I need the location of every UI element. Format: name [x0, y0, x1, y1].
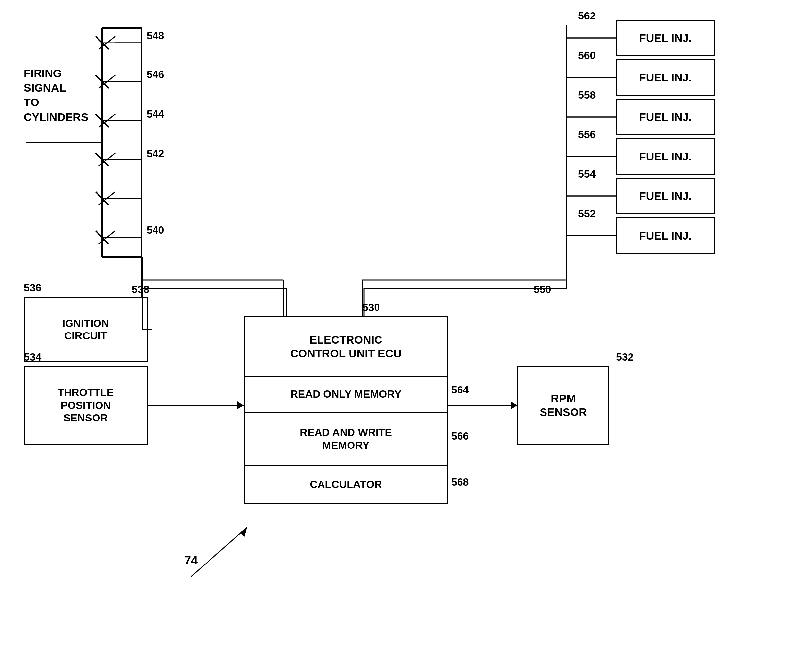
ref-564-label: 564: [451, 384, 469, 396]
ref-534-label: 534: [24, 351, 41, 363]
ref-74-label: 74: [185, 554, 198, 567]
rpm-sensor-box: RPM SENSOR: [517, 366, 609, 445]
ref-568-label: 568: [451, 476, 469, 488]
ignition-circuit-box: IGNITION CIRCUIT: [24, 296, 147, 362]
ref-566-label: 566: [451, 430, 469, 442]
svg-line-8: [99, 36, 115, 49]
fuel-inj-3-box: FUEL INJ.: [616, 99, 715, 135]
svg-line-12: [99, 192, 115, 205]
ref-554-label: 554: [578, 168, 596, 180]
ref-558-label: 558: [578, 89, 596, 101]
svg-line-9: [99, 75, 115, 88]
firing-signal-label: FIRING SIGNAL TO CYLINDERS: [24, 66, 88, 124]
read-write-memory-box: READ AND WRITE MEMORY: [244, 412, 448, 465]
throttle-position-sensor-box: THROTTLE POSITION SENSOR: [24, 366, 147, 445]
ref-540-label: 540: [147, 224, 164, 236]
ref-530-label: 530: [362, 301, 380, 314]
ref-536-label: 536: [24, 282, 41, 294]
ref-556-label: 556: [578, 129, 596, 141]
ref-560-label: 560: [578, 49, 596, 62]
ref-548-label: 548: [147, 29, 164, 42]
svg-line-10: [99, 114, 115, 127]
fuel-inj-5-box: FUEL INJ.: [616, 178, 715, 214]
calculator-box: CALCULATOR: [244, 465, 448, 504]
fuel-inj-2-box: FUEL INJ.: [616, 59, 715, 95]
ref-544-label: 544: [147, 108, 164, 120]
ref-552-label: 552: [578, 208, 596, 220]
fuel-inj-4-box: FUEL INJ.: [616, 138, 715, 175]
fuel-inj-6-box: FUEL INJ.: [616, 218, 715, 254]
svg-line-13: [99, 231, 115, 244]
ref-550-label: 550: [534, 283, 551, 296]
read-only-memory-box: READ ONLY MEMORY: [244, 376, 448, 412]
ref-546-label: 546: [147, 69, 164, 81]
ref-562-label: 562: [578, 10, 596, 22]
svg-line-11: [99, 153, 115, 166]
ecu-box: ELECTRONIC CONTROL UNIT ECU: [244, 316, 448, 376]
ref-542-label: 542: [147, 147, 164, 160]
ref-532-label: 532: [616, 351, 634, 363]
ref-538-label: 538: [132, 283, 149, 296]
fuel-inj-1-box: FUEL INJ.: [616, 20, 715, 56]
